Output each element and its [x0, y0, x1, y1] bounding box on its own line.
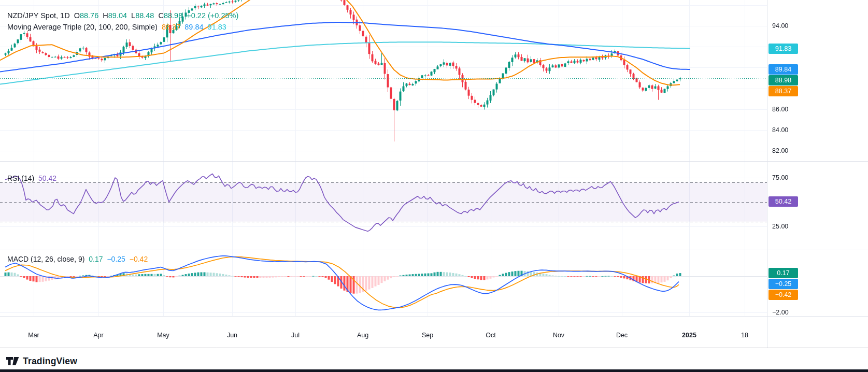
price-badge-89.84: 89.84	[769, 64, 798, 75]
ma-label: Moving Average Triple (20, 100, 200, Sim…	[7, 23, 158, 31]
macd-signal-value: −0.42	[130, 255, 148, 263]
macd-line-value: −0.25	[107, 255, 125, 263]
time-label-Sep: Sep	[422, 332, 433, 339]
ma200-value: 91.83	[208, 23, 226, 31]
symbol-title: NZD/JPY Spot, 1D	[7, 11, 70, 20]
tradingview-logo[interactable]: TradingView	[6, 355, 77, 367]
time-label-Nov: Nov	[553, 332, 564, 339]
bottom-strip	[0, 369, 868, 372]
symbol-legend[interactable]: NZD/JPY Spot, 1D O88.76 H89.04 L88.48 C8…	[7, 11, 240, 20]
time-label-18: 18	[741, 332, 748, 339]
macd-legend[interactable]: MACD (12, 26, close, 9) 0.17 −0.25 −0.42	[7, 255, 150, 263]
macd-badge-−0.42: −0.42	[769, 290, 798, 300]
rsi-label: RSI (14)	[7, 174, 34, 182]
rsi-value: 50.42	[38, 174, 56, 182]
chart-canvas[interactable]	[0, 0, 868, 348]
time-label-2025: 2025	[682, 332, 696, 339]
time-label-Jun: Jun	[227, 332, 237, 339]
price-badge-91.83: 91.83	[769, 44, 798, 54]
macd-label: MACD (12, 26, close, 9)	[7, 255, 84, 263]
time-label-May: May	[157, 332, 169, 339]
macd-badge-−0.25: −0.25	[769, 279, 798, 289]
tradingview-logo-text: TradingView	[23, 356, 77, 367]
rsi-badge-50.42: 50.42	[769, 196, 798, 207]
high-value: 89.04	[108, 11, 127, 20]
ma20-value: 88.37	[162, 23, 180, 31]
time-label-Aug: Aug	[357, 332, 368, 339]
open-label: O	[74, 11, 80, 20]
price-tick-94.00: 94.00	[772, 22, 788, 30]
high-label: H	[103, 11, 108, 20]
rsi-tick-25.00: 25.00	[772, 222, 788, 231]
ma-legend[interactable]: Moving Average Triple (20, 100, 200, Sim…	[7, 23, 229, 31]
change-value: +0.22 (+0.25%)	[187, 11, 238, 20]
open-value: 88.76	[80, 11, 98, 20]
ma100-value: 89.84	[184, 23, 203, 31]
time-label-Apr: Apr	[93, 332, 103, 339]
tradingview-chart: NZD/JPY Spot, 1D O88.76 H89.04 L88.48 C8…	[0, 0, 868, 372]
time-label-Jul: Jul	[291, 332, 300, 339]
price-tick-86.00: 86.00	[772, 105, 788, 113]
rsi-tick-75.00: 75.00	[772, 174, 788, 182]
macd-badge-0.17: 0.17	[769, 268, 798, 278]
time-label-Mar: Mar	[28, 332, 39, 339]
rsi-legend[interactable]: RSI (14) 50.42	[7, 174, 59, 182]
price-tick-82.00: 82.00	[772, 147, 788, 155]
price-tick-84.00: 84.00	[772, 126, 788, 134]
price-badge-88.98: 88.98	[769, 75, 798, 85]
macd-hist-value: 0.17	[89, 255, 103, 263]
low-label: L	[131, 11, 135, 20]
close-label: C	[158, 11, 163, 20]
low-value: 88.48	[135, 11, 154, 20]
macd-tick: −2.00	[772, 308, 789, 317]
time-label-Dec: Dec	[616, 332, 628, 339]
close-value: 88.98	[164, 11, 182, 20]
tradingview-logo-icon	[6, 355, 19, 367]
price-badge-88.37: 88.37	[769, 86, 798, 96]
time-label-Oct: Oct	[486, 332, 495, 339]
